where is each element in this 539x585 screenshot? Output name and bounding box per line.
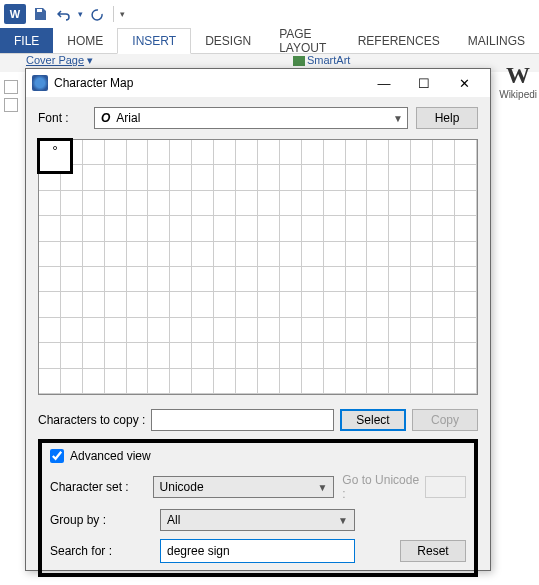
grid-cell[interactable] (280, 343, 302, 368)
grid-cell[interactable] (302, 140, 324, 165)
grid-cell[interactable] (214, 318, 236, 343)
grid-cell[interactable] (280, 191, 302, 216)
grid-cell[interactable] (148, 165, 170, 190)
grid-cell[interactable] (302, 292, 324, 317)
grid-cell[interactable] (280, 369, 302, 394)
grid-cell[interactable] (258, 267, 280, 292)
grid-cell[interactable] (236, 165, 258, 190)
grid-cell[interactable] (214, 191, 236, 216)
grid-cell[interactable] (367, 165, 389, 190)
grid-cell[interactable] (455, 343, 477, 368)
grid-cell[interactable] (83, 267, 105, 292)
grid-cell[interactable] (127, 267, 149, 292)
grid-cell[interactable] (214, 267, 236, 292)
goto-unicode-input[interactable] (425, 476, 466, 498)
grid-cell[interactable] (127, 343, 149, 368)
grid-cell[interactable] (127, 216, 149, 241)
tab-references[interactable]: REFERENCES (344, 28, 454, 53)
undo-dropdown-icon[interactable]: ▾ (78, 9, 83, 19)
grid-cell[interactable] (214, 165, 236, 190)
grid-cell[interactable] (83, 216, 105, 241)
close-button[interactable]: ✕ (444, 69, 484, 97)
grid-cell[interactable] (324, 292, 346, 317)
grid-cell[interactable] (411, 318, 433, 343)
grid-cell[interactable] (61, 343, 83, 368)
grid-cell[interactable] (324, 165, 346, 190)
grid-cell[interactable] (411, 369, 433, 394)
grid-cell[interactable] (192, 191, 214, 216)
grid-cell[interactable] (455, 242, 477, 267)
grid-cell[interactable] (105, 165, 127, 190)
grid-cell[interactable] (346, 343, 368, 368)
grid-cell[interactable] (236, 216, 258, 241)
copy-button[interactable]: Copy (412, 409, 478, 431)
grid-cell[interactable] (258, 369, 280, 394)
grid-cell[interactable] (389, 343, 411, 368)
grid-cell[interactable] (346, 369, 368, 394)
grid-cell[interactable] (389, 267, 411, 292)
grid-cell[interactable] (389, 165, 411, 190)
minimize-button[interactable]: — (364, 69, 404, 97)
grid-cell[interactable] (280, 165, 302, 190)
grid-cell[interactable] (170, 292, 192, 317)
grid-cell[interactable] (39, 216, 61, 241)
grid-cell[interactable] (192, 267, 214, 292)
grid-cell[interactable] (83, 292, 105, 317)
grid-cell[interactable] (214, 140, 236, 165)
font-select[interactable]: O Arial ▼ (94, 107, 408, 129)
grid-cell[interactable] (258, 343, 280, 368)
grid-cell[interactable] (61, 267, 83, 292)
grid-cell[interactable] (389, 242, 411, 267)
grid-cell[interactable] (324, 369, 346, 394)
grid-cell[interactable] (83, 369, 105, 394)
grid-cell[interactable] (214, 292, 236, 317)
grid-cell[interactable] (192, 343, 214, 368)
search-input[interactable] (160, 539, 355, 563)
character-grid[interactable]: ° (38, 139, 478, 395)
tab-home[interactable]: HOME (53, 28, 117, 53)
grid-cell[interactable] (324, 140, 346, 165)
grid-cell[interactable] (367, 318, 389, 343)
grid-cell[interactable] (302, 343, 324, 368)
grid-cell[interactable] (302, 191, 324, 216)
grid-cell[interactable] (258, 292, 280, 317)
grid-cell[interactable] (346, 242, 368, 267)
grid-cell[interactable] (105, 343, 127, 368)
maximize-button[interactable]: ☐ (404, 69, 444, 97)
grid-cell[interactable] (302, 216, 324, 241)
undo-icon[interactable] (54, 4, 74, 24)
grid-cell[interactable] (346, 191, 368, 216)
redo-icon[interactable] (87, 4, 107, 24)
grid-cell[interactable] (170, 343, 192, 368)
grid-cell[interactable] (148, 191, 170, 216)
grid-cell[interactable] (455, 292, 477, 317)
reset-button[interactable]: Reset (400, 540, 466, 562)
grid-cell[interactable] (83, 343, 105, 368)
smartart-button[interactable]: SmartArt (293, 54, 350, 66)
grid-cell[interactable] (236, 343, 258, 368)
grid-cell[interactable] (170, 267, 192, 292)
grid-cell[interactable] (127, 369, 149, 394)
grid-cell[interactable] (346, 140, 368, 165)
grid-cell[interactable] (170, 369, 192, 394)
grid-cell[interactable] (455, 216, 477, 241)
grid-cell[interactable] (105, 242, 127, 267)
charset-select[interactable]: Unicode ▼ (153, 476, 335, 498)
grid-cell[interactable] (411, 292, 433, 317)
tab-file[interactable]: FILE (0, 28, 53, 53)
grid-cell[interactable] (411, 140, 433, 165)
grid-cell[interactable] (236, 318, 258, 343)
grid-cell[interactable] (148, 369, 170, 394)
grid-cell[interactable] (346, 216, 368, 241)
grid-cell[interactable] (127, 242, 149, 267)
grid-cell[interactable] (455, 267, 477, 292)
grid-cell[interactable] (389, 369, 411, 394)
grid-cell[interactable] (324, 318, 346, 343)
grid-cell[interactable] (411, 165, 433, 190)
grid-cell[interactable] (367, 343, 389, 368)
grid-cell[interactable] (389, 292, 411, 317)
grid-cell[interactable] (389, 318, 411, 343)
grid-cell[interactable] (192, 140, 214, 165)
grid-cell[interactable] (192, 242, 214, 267)
header-icon[interactable] (4, 80, 18, 94)
